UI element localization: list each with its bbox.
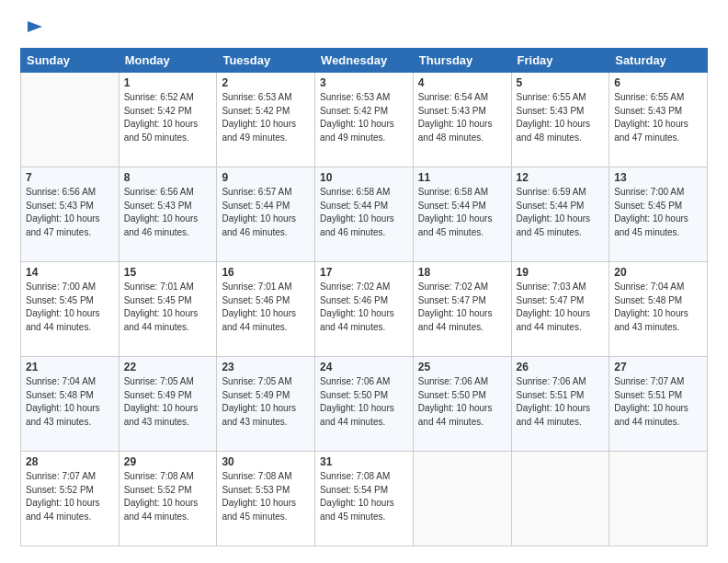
calendar-cell: 11Sunrise: 6:58 AMSunset: 5:44 PMDayligh… [413, 167, 511, 262]
calendar-cell: 29Sunrise: 7:08 AMSunset: 5:52 PMDayligh… [119, 452, 217, 546]
cell-info: Sunrise: 6:58 AMSunset: 5:44 PMDaylight:… [320, 186, 408, 239]
calendar-cell: 14Sunrise: 7:00 AMSunset: 5:45 PMDayligh… [21, 262, 119, 357]
calendar-cell: 5Sunrise: 6:55 AMSunset: 5:43 PMDaylight… [511, 73, 609, 167]
cell-info: Sunrise: 7:07 AMSunset: 5:52 PMDaylight:… [26, 470, 114, 523]
day-number: 2 [222, 76, 310, 89]
weekday-header-saturday: Saturday [609, 49, 708, 73]
cell-info: Sunrise: 7:08 AMSunset: 5:52 PMDaylight:… [124, 470, 212, 523]
cell-info: Sunrise: 6:53 AMSunset: 5:42 PMDaylight:… [222, 91, 310, 144]
day-number: 20 [614, 266, 702, 279]
calendar-cell: 19Sunrise: 7:03 AMSunset: 5:47 PMDayligh… [511, 262, 609, 357]
calendar-cell: 21Sunrise: 7:04 AMSunset: 5:48 PMDayligh… [21, 357, 119, 452]
cell-info: Sunrise: 6:55 AMSunset: 5:43 PMDaylight:… [614, 91, 702, 144]
weekday-header-monday: Monday [119, 49, 217, 73]
cell-info: Sunrise: 7:07 AMSunset: 5:51 PMDaylight:… [614, 375, 702, 429]
day-number: 24 [320, 361, 408, 373]
logo-flag-icon [24, 18, 44, 39]
cell-info: Sunrise: 7:06 AMSunset: 5:50 PMDaylight:… [418, 375, 506, 429]
cell-info: Sunrise: 7:00 AMSunset: 5:45 PMDaylight:… [26, 281, 114, 334]
cell-info: Sunrise: 7:05 AMSunset: 5:49 PMDaylight:… [222, 375, 310, 429]
calendar-cell [609, 452, 708, 546]
day-number: 11 [418, 171, 506, 184]
calendar-cell: 2Sunrise: 6:53 AMSunset: 5:42 PMDaylight… [217, 73, 315, 167]
calendar-cell: 22Sunrise: 7:05 AMSunset: 5:49 PMDayligh… [119, 357, 217, 452]
cell-info: Sunrise: 7:04 AMSunset: 5:48 PMDaylight:… [614, 281, 702, 334]
day-number: 31 [320, 455, 408, 468]
day-number: 9 [222, 171, 310, 184]
calendar-cell: 23Sunrise: 7:05 AMSunset: 5:49 PMDayligh… [217, 357, 315, 452]
cell-info: Sunrise: 7:08 AMSunset: 5:54 PMDaylight:… [320, 470, 408, 523]
calendar-cell: 7Sunrise: 6:56 AMSunset: 5:43 PMDaylight… [21, 167, 119, 262]
calendar-table: SundayMondayTuesdayWednesdayThursdayFrid… [20, 48, 708, 546]
cell-info: Sunrise: 7:01 AMSunset: 5:46 PMDaylight:… [222, 281, 310, 334]
day-number: 6 [614, 76, 702, 89]
cell-info: Sunrise: 7:02 AMSunset: 5:47 PMDaylight:… [418, 281, 506, 334]
cell-info: Sunrise: 7:05 AMSunset: 5:49 PMDaylight:… [124, 375, 212, 429]
logo [20, 17, 44, 39]
day-number: 15 [124, 266, 212, 279]
day-number: 27 [614, 361, 702, 373]
weekday-header-wednesday: Wednesday [315, 49, 414, 73]
day-number: 13 [614, 171, 702, 184]
svg-marker-0 [28, 21, 42, 32]
day-number: 21 [26, 361, 114, 373]
calendar-cell: 17Sunrise: 7:02 AMSunset: 5:46 PMDayligh… [315, 262, 414, 357]
cell-info: Sunrise: 7:04 AMSunset: 5:48 PMDaylight:… [26, 375, 114, 429]
day-number: 14 [26, 266, 114, 279]
cell-info: Sunrise: 6:56 AMSunset: 5:43 PMDaylight:… [26, 186, 114, 239]
weekday-header-tuesday: Tuesday [217, 49, 315, 73]
calendar-cell: 4Sunrise: 6:54 AMSunset: 5:43 PMDaylight… [413, 73, 511, 167]
day-number: 7 [26, 171, 114, 184]
weekday-header-friday: Friday [511, 49, 609, 73]
day-number: 17 [320, 266, 408, 279]
day-number: 16 [222, 266, 310, 279]
page: SundayMondayTuesdayWednesdayThursdayFrid… [0, 0, 728, 563]
calendar-cell: 10Sunrise: 6:58 AMSunset: 5:44 PMDayligh… [315, 167, 414, 262]
calendar-cell: 25Sunrise: 7:06 AMSunset: 5:50 PMDayligh… [413, 357, 511, 452]
calendar-cell: 30Sunrise: 7:08 AMSunset: 5:53 PMDayligh… [217, 452, 315, 546]
calendar-cell: 6Sunrise: 6:55 AMSunset: 5:43 PMDaylight… [609, 73, 708, 167]
day-number: 29 [124, 455, 212, 468]
day-number: 28 [26, 455, 114, 468]
weekday-header-thursday: Thursday [413, 49, 511, 73]
cell-info: Sunrise: 7:01 AMSunset: 5:45 PMDaylight:… [124, 281, 212, 334]
calendar-cell: 28Sunrise: 7:07 AMSunset: 5:52 PMDayligh… [21, 452, 119, 546]
cell-info: Sunrise: 6:54 AMSunset: 5:43 PMDaylight:… [418, 91, 506, 144]
calendar-cell: 27Sunrise: 7:07 AMSunset: 5:51 PMDayligh… [609, 357, 708, 452]
calendar-cell: 18Sunrise: 7:02 AMSunset: 5:47 PMDayligh… [413, 262, 511, 357]
cell-info: Sunrise: 6:56 AMSunset: 5:43 PMDaylight:… [124, 186, 212, 239]
calendar-week-row: 28Sunrise: 7:07 AMSunset: 5:52 PMDayligh… [21, 452, 708, 546]
cell-info: Sunrise: 6:55 AMSunset: 5:43 PMDaylight:… [517, 91, 605, 144]
day-number: 23 [222, 361, 310, 373]
day-number: 22 [124, 361, 212, 373]
cell-info: Sunrise: 6:53 AMSunset: 5:42 PMDaylight:… [320, 91, 408, 144]
weekday-header-row: SundayMondayTuesdayWednesdayThursdayFrid… [21, 49, 708, 73]
calendar-cell: 1Sunrise: 6:52 AMSunset: 5:42 PMDaylight… [119, 73, 217, 167]
weekday-header-sunday: Sunday [21, 49, 119, 73]
cell-info: Sunrise: 7:08 AMSunset: 5:53 PMDaylight:… [222, 470, 310, 523]
day-number: 5 [517, 76, 605, 89]
cell-info: Sunrise: 7:06 AMSunset: 5:51 PMDaylight:… [517, 375, 605, 429]
calendar-cell: 31Sunrise: 7:08 AMSunset: 5:54 PMDayligh… [315, 452, 414, 546]
cell-info: Sunrise: 6:58 AMSunset: 5:44 PMDaylight:… [418, 186, 506, 239]
day-number: 30 [222, 455, 310, 468]
day-number: 19 [517, 266, 605, 279]
calendar-cell: 26Sunrise: 7:06 AMSunset: 5:51 PMDayligh… [511, 357, 609, 452]
cell-info: Sunrise: 7:02 AMSunset: 5:46 PMDaylight:… [320, 281, 408, 334]
day-number: 8 [124, 171, 212, 184]
calendar-week-row: 14Sunrise: 7:00 AMSunset: 5:45 PMDayligh… [21, 262, 708, 357]
calendar-cell: 16Sunrise: 7:01 AMSunset: 5:46 PMDayligh… [217, 262, 315, 357]
calendar-cell: 3Sunrise: 6:53 AMSunset: 5:42 PMDaylight… [315, 73, 414, 167]
day-number: 4 [418, 76, 506, 89]
day-number: 10 [320, 171, 408, 184]
cell-info: Sunrise: 6:52 AMSunset: 5:42 PMDaylight:… [124, 91, 212, 144]
calendar-cell: 15Sunrise: 7:01 AMSunset: 5:45 PMDayligh… [119, 262, 217, 357]
calendar-cell [21, 73, 119, 167]
calendar-cell: 9Sunrise: 6:57 AMSunset: 5:44 PMDaylight… [217, 167, 315, 262]
cell-info: Sunrise: 7:03 AMSunset: 5:47 PMDaylight:… [517, 281, 605, 334]
day-number: 3 [320, 76, 408, 89]
day-number: 18 [418, 266, 506, 279]
calendar-cell: 8Sunrise: 6:56 AMSunset: 5:43 PMDaylight… [119, 167, 217, 262]
calendar-cell: 24Sunrise: 7:06 AMSunset: 5:50 PMDayligh… [315, 357, 414, 452]
calendar-cell: 12Sunrise: 6:59 AMSunset: 5:44 PMDayligh… [511, 167, 609, 262]
